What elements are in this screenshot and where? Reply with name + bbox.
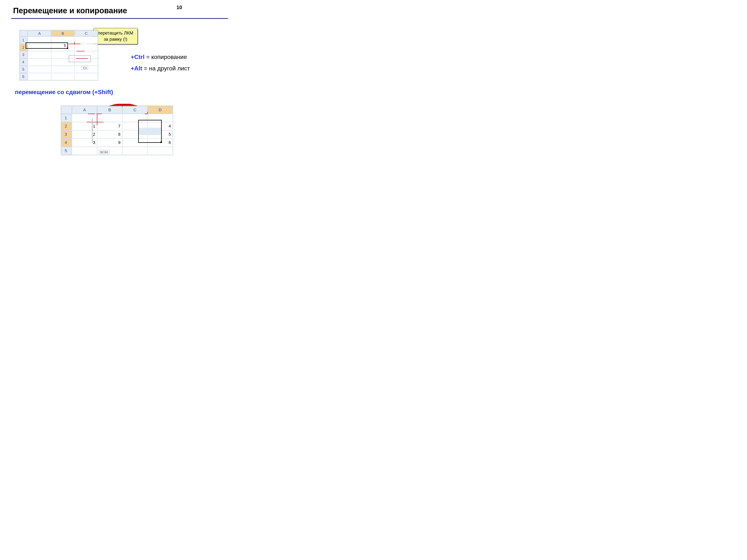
cell-reference-tooltip: C4 [82,66,88,70]
ctrl-desc: = копирование [145,54,187,60]
cell-reference-tooltip: B2:B4 [99,150,109,154]
ctrl-key-label: +Ctrl [131,54,145,60]
section-subheading: перемещение со сдвигом (+Shift) [15,89,113,96]
title-divider [11,18,228,19]
callout-tooltip: перетащить ЛКМ за рамку (!) [93,28,138,44]
callout-text: перетащить ЛКМ за рамку (!) [98,30,133,42]
page-number: 10 [177,5,182,10]
alt-desc: = на другой лист [142,65,190,72]
spreadsheet-1: ABC123456 [19,30,98,81]
modifier-legend: +Ctrl = копирование +Alt = на другой лис… [131,51,190,74]
page-title: Перемещение и копирование [13,6,127,15]
alt-key-label: +Alt [131,65,142,72]
spreadsheet-2: ABCD12174328543965 [61,105,173,155]
